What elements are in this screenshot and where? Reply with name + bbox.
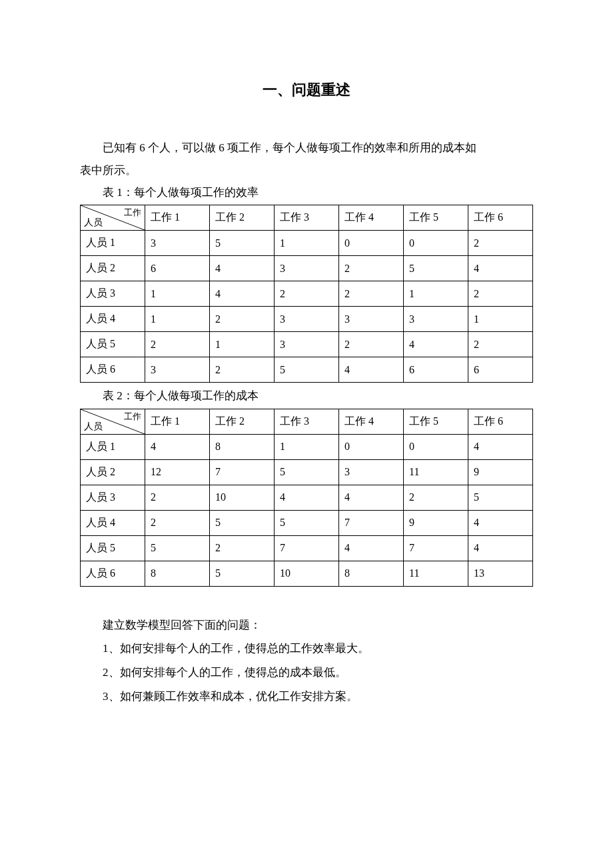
diag-top-label: 工作 [124,207,141,219]
cell: 4 [145,434,210,459]
intro-line-2: 表中所示。 [80,159,533,182]
cell: 8 [339,561,404,586]
cell: 2 [275,281,339,307]
table-row: 人员 5 213242 [81,332,533,357]
row-header: 人员 5 [81,535,145,561]
cell: 5 [275,357,339,383]
cell: 7 [404,535,468,561]
cell: 0 [404,231,468,256]
row-header: 人员 6 [81,357,145,383]
cell: 2 [339,332,404,357]
cell: 3 [339,459,404,485]
cell: 4 [339,535,404,561]
row-header: 人员 2 [81,256,145,281]
cell: 3 [145,231,210,256]
col-header: 工作 3 [275,409,339,434]
row-header: 人员 1 [81,231,145,256]
cell: 2 [339,256,404,281]
table-row: 人员 1 351002 [81,231,533,256]
cell: 3 [275,256,339,281]
row-header: 人员 4 [81,510,145,535]
cell: 8 [210,434,275,459]
cell: 6 [404,357,468,383]
cell: 2 [468,231,533,256]
efficiency-table: 工作 人员 工作 1 工作 2 工作 3 工作 4 工作 5 工作 6 人员 1… [80,205,533,383]
cell: 1 [145,307,210,332]
diag-bottom-label: 人员 [84,421,103,433]
cell: 3 [275,307,339,332]
cell: 3 [145,357,210,383]
cell: 1 [404,281,468,307]
cell: 4 [468,535,533,561]
cell: 5 [210,231,275,256]
cell: 0 [404,434,468,459]
cell: 6 [145,256,210,281]
cell: 4 [210,281,275,307]
table-row: 人员 2 12753119 [81,459,533,485]
cell: 9 [404,510,468,535]
cell: 3 [339,307,404,332]
section-title: 一、问题重述 [80,80,533,100]
cell: 4 [339,357,404,383]
cell: 2 [468,332,533,357]
diagonal-header-cell: 工作 人员 [81,409,145,434]
cell: 2 [145,485,210,510]
cell: 5 [404,256,468,281]
intro-line-1: 已知有 6 个人，可以做 6 项工作，每个人做每项工作的效率和所用的成本如 [80,137,533,159]
diag-bottom-label: 人员 [84,217,103,229]
col-header: 工作 4 [339,409,404,434]
question-1: 1、如何安排每个人的工作，使得总的工作效率最大。 [80,637,533,661]
table-row: 人员 3 142212 [81,281,533,307]
row-header: 人员 2 [81,459,145,485]
cell: 0 [339,231,404,256]
table-header-row: 工作 人员 工作 1 工作 2 工作 3 工作 4 工作 5 工作 6 [81,205,533,231]
cell: 5 [145,535,210,561]
cell: 2 [468,281,533,307]
cell: 4 [468,256,533,281]
cell: 1 [275,434,339,459]
cell: 12 [145,459,210,485]
table-row: 人员 6 325466 [81,357,533,383]
questions-intro: 建立数学模型回答下面的问题： [80,613,533,637]
table-row: 人员 4 255794 [81,510,533,535]
cell: 1 [210,332,275,357]
cell: 2 [339,281,404,307]
table1-caption: 表 1：每个人做每项工作的效率 [80,182,533,203]
col-header: 工作 4 [339,205,404,231]
cell: 10 [210,485,275,510]
question-3: 3、如何兼顾工作效率和成本，优化工作安排方案。 [80,685,533,709]
cell: 11 [404,459,468,485]
table-header-row: 工作 人员 工作 1 工作 2 工作 3 工作 4 工作 5 工作 6 [81,409,533,434]
cell: 4 [404,332,468,357]
question-2: 2、如何安排每个人的工作，使得总的成本最低。 [80,661,533,685]
cell: 5 [275,459,339,485]
cell: 9 [468,459,533,485]
table-row: 人员 3 2104425 [81,485,533,510]
col-header: 工作 6 [468,205,533,231]
cell: 8 [145,561,210,586]
cell: 4 [210,256,275,281]
row-header: 人员 4 [81,307,145,332]
cell: 2 [145,332,210,357]
table-row: 人员 6 851081113 [81,561,533,586]
cell: 4 [339,485,404,510]
col-header: 工作 5 [404,205,468,231]
cell: 7 [210,459,275,485]
cell: 0 [339,434,404,459]
cell: 4 [468,510,533,535]
cell: 5 [275,510,339,535]
table-row: 人员 1 481004 [81,434,533,459]
col-header: 工作 1 [145,409,210,434]
cell: 10 [275,561,339,586]
cell: 3 [275,332,339,357]
col-header: 工作 1 [145,205,210,231]
col-header: 工作 5 [404,409,468,434]
cell: 1 [275,231,339,256]
cell: 7 [339,510,404,535]
row-header: 人员 1 [81,434,145,459]
row-header: 人员 5 [81,332,145,357]
cell: 4 [468,434,533,459]
cell: 5 [210,561,275,586]
cell: 5 [210,510,275,535]
cell: 1 [145,281,210,307]
